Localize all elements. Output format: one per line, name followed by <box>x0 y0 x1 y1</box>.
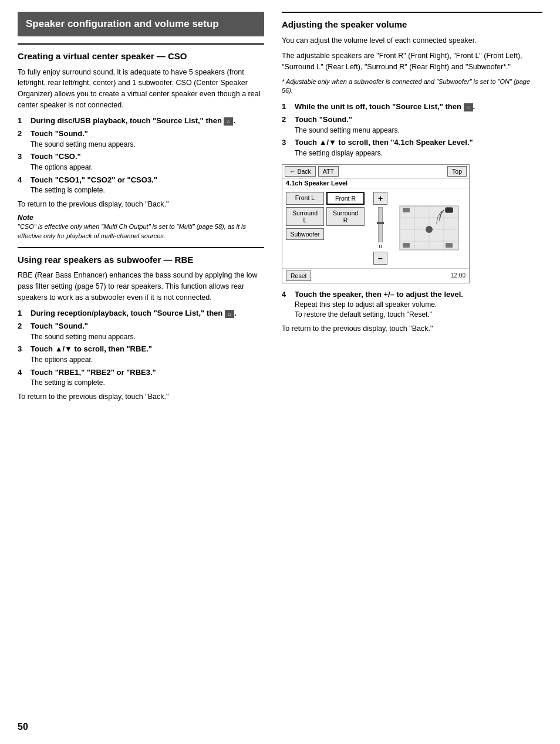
rbe-steps: 1 During reception/playback, touch "Sour… <box>18 308 264 388</box>
cso-step-4: 4 Touch "CSO1," "CSO2" or "CSO3." The se… <box>18 175 264 195</box>
volume-step-3-sub: The setting display appears. <box>295 148 473 158</box>
front-row: Front L Front R <box>286 192 368 205</box>
speaker-ui-body: Front L Front R Surround L Surround R Su… <box>282 188 469 268</box>
rbe-step-2: 2 Touch "Sound." The sound setting menu … <box>18 321 264 341</box>
cso-step-3: 3 Touch "CSO." The options appear. <box>18 151 264 172</box>
cso-note: Note "CSO" is effective only when "Multi… <box>18 213 264 241</box>
volume-step-2-sub: The sound setting menu appears. <box>295 126 400 136</box>
volume-intro1: You can adjust the volume level of each … <box>282 35 542 46</box>
ui-bottom-bar: Reset 12:00 <box>282 268 469 283</box>
sub-row: Subwoofer <box>286 228 368 240</box>
rbe-step-3-sub: The options appear. <box>31 355 152 365</box>
volume-slider-col: + 0 – <box>372 192 389 265</box>
svg-rect-10 <box>446 243 453 248</box>
svg-rect-9 <box>403 243 410 248</box>
speaker-ui-panel: ← Back ATT Top 4.1ch Speaker Level Front… <box>282 164 470 283</box>
note-text: "CSO" is effective only when "Multi Ch O… <box>18 223 246 239</box>
volume-steps: 1 While the unit is off, touch "Source L… <box>282 102 542 158</box>
volume-return-text: To return to the previous display, touch… <box>282 324 542 333</box>
volume-intro2: The adjustable speakers are "Front R" (F… <box>282 50 542 73</box>
back-label: Back <box>298 168 311 175</box>
svg-rect-7 <box>403 208 410 212</box>
rbe-step-4-sub: The setting is complete. <box>31 378 156 388</box>
note-label: Note <box>18 214 33 222</box>
section-cso: Creating a virtual center speaker — CSO … <box>18 50 264 241</box>
surround-row: Surround L Surround R <box>286 207 368 226</box>
cso-intro: To fully enjoy surround sound, it is ade… <box>18 67 264 111</box>
att-button[interactable]: ATT <box>318 166 339 177</box>
rbe-return-text: To return to the previous display, touch… <box>18 393 264 401</box>
volume-step4-list: 4 Touch the speaker, then +/– to adjust … <box>282 289 542 320</box>
asterisk-note: * Adjustable only when a subwoofer is co… <box>282 77 542 96</box>
time-display: 12:00 <box>451 272 465 279</box>
ui-top-bar: ← Back ATT Top <box>282 165 469 178</box>
page-number: 50 <box>18 722 28 732</box>
volume-step-4-sub2: To restore the default setting, touch "R… <box>295 310 463 320</box>
speaker-diagram-svg <box>397 203 461 253</box>
cso-title: Creating a virtual center speaker — CSO <box>18 50 264 62</box>
section-divider <box>18 247 264 248</box>
back-arrow-icon: ← <box>289 168 296 175</box>
volume-title: Adjusting the speaker volume <box>282 19 542 31</box>
cso-return-text: To return to the previous display, touch… <box>18 200 264 208</box>
minus-button[interactable]: – <box>373 252 387 265</box>
page-title: Speaker configuration and volume setup <box>26 18 256 31</box>
cso-step-2: 2 Touch "Sound." The sound setting menu … <box>18 128 264 149</box>
right-top-divider <box>282 12 542 13</box>
surround-r-button[interactable]: Surround R <box>326 207 365 226</box>
header-divider <box>18 43 264 45</box>
slider-track <box>378 207 383 242</box>
volume-step-1: 1 While the unit is off, touch "Source L… <box>282 102 542 113</box>
rbe-intro: RBE (Rear Bass Enhancer) enhances the ba… <box>18 270 264 303</box>
cso-step-1: 1 During disc/USB playback, touch "Sourc… <box>18 116 264 127</box>
left-column: Speaker configuration and volume setup C… <box>18 12 264 726</box>
cso-step-2-sub: The sound setting menu appears. <box>31 140 136 150</box>
speaker-buttons: Front L Front R Surround L Surround R Su… <box>286 192 368 265</box>
rbe-step-2-sub: The sound setting menu appears. <box>31 332 136 342</box>
surround-l-button[interactable]: Surround L <box>286 207 324 226</box>
subwoofer-button[interactable]: Subwoofer <box>286 228 324 240</box>
back-button[interactable]: ← Back <box>285 166 316 177</box>
reset-button[interactable]: Reset <box>286 270 311 281</box>
page-header-box: Speaker configuration and volume setup <box>18 12 264 36</box>
svg-rect-12 <box>446 208 453 212</box>
volume-step-2: 2 Touch "Sound." The sound setting menu … <box>282 114 542 135</box>
volume-step-3: 3 Touch ▲/▼ to scroll, then "4.1ch Speak… <box>282 137 542 158</box>
home-icon-2: ⌂ <box>225 310 234 318</box>
zero-label: 0 <box>379 244 382 249</box>
panel-title-row: 4.1ch Speaker Level <box>282 178 469 188</box>
rbe-step-1: 1 During reception/playback, touch "Sour… <box>18 308 264 319</box>
speaker-diagram-col <box>393 192 465 265</box>
rbe-title: Using rear speakers as subwoofer — RBE <box>18 254 264 266</box>
rbe-step-3: 3 Touch ▲/▼ to scroll, then "RBE." The o… <box>18 344 264 364</box>
cso-step-4-sub: The setting is complete. <box>31 185 157 195</box>
slider-indicator <box>377 222 384 224</box>
cso-steps: 1 During disc/USB playback, touch "Sourc… <box>18 116 264 195</box>
rbe-step-4: 4 Touch "RBE1," "RBE2" or "RBE3." The se… <box>18 367 264 388</box>
volume-step-4: 4 Touch the speaker, then +/– to adjust … <box>282 289 542 320</box>
volume-step-4-sub1: Repeat this step to adjust all speaker v… <box>295 300 463 310</box>
front-r-button[interactable]: Front R <box>326 192 365 205</box>
front-l-button[interactable]: Front L <box>286 192 324 205</box>
top-button[interactable]: Top <box>447 166 467 177</box>
section-rbe: Using rear speakers as subwoofer — RBE R… <box>18 254 264 401</box>
right-column: Adjusting the speaker volume You can adj… <box>282 12 542 726</box>
svg-point-11 <box>426 226 433 233</box>
cso-step-3-sub: The options appear. <box>31 163 93 173</box>
home-icon-1: ⌂ <box>224 117 233 126</box>
home-icon-3: ⌂ <box>464 103 473 111</box>
plus-button[interactable]: + <box>373 192 387 205</box>
